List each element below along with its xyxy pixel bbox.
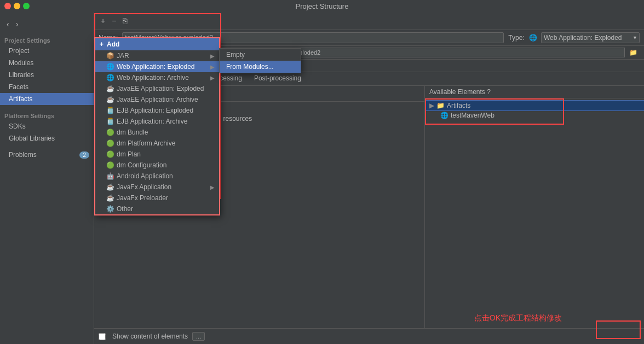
platform-settings-label: Platform Settings — [0, 109, 94, 120]
ok-hint-annotation: 点击OK完成工程结构修改 — [474, 313, 562, 323]
problems-badge: 2 — [79, 151, 89, 159]
sidebar-item-global-libraries[interactable]: Global Libraries — [0, 132, 94, 144]
copy-artifact-button[interactable]: ⎘ — [120, 15, 129, 26]
dropdown-item-dm-platform-archive[interactable]: 🟢 dm Platform Archive — [95, 138, 219, 149]
type-select-wrapper: 🌐 Web Application: Exploded — [529, 32, 640, 43]
dm-plan-icon: 🟢 — [106, 150, 114, 158]
show-content-label: Show content of elements — [112, 333, 188, 340]
type-select[interactable]: Web Application: Exploded — [541, 32, 640, 43]
ejb-archive-icon: 🫙 — [106, 118, 114, 125]
expand-arrow-icon: ▶ — [429, 102, 434, 109]
web-exploded-icon: 🌐 — [106, 63, 114, 71]
available-header: Available Elements ? — [425, 86, 644, 98]
add-artifact-button[interactable]: + — [99, 15, 107, 26]
sidebar-item-artifacts[interactable]: Artifacts — [0, 93, 94, 105]
dropdown-header-label: Add — [107, 40, 119, 48]
android-icon: 🤖 — [106, 172, 114, 180]
dropdown-item-web-app-archive[interactable]: 🌐 Web Application: Archive ▶ — [95, 72, 219, 83]
dropdown-item-javaee-archive[interactable]: ☕ JavaEE Application: Archive — [95, 94, 219, 105]
javaee-archive-icon: ☕ — [106, 96, 114, 103]
dropdown-item-other[interactable]: ⚙️ Other — [95, 203, 219, 214]
window-title: Project Structure — [296, 2, 349, 10]
sub-item-empty[interactable]: Empty — [220, 49, 301, 61]
nav-forward-button[interactable]: › — [14, 19, 21, 30]
sidebar-item-sdks[interactable]: SDKs — [0, 120, 94, 132]
javafx-icon: ☕ — [106, 183, 114, 191]
title-bar: Project Structure — [0, 0, 644, 12]
dm-bundle-icon: 🟢 — [106, 129, 114, 136]
web-exploded-arrow-icon: ▶ — [210, 64, 215, 70]
dropdown-item-javaee-exploded[interactable]: ☕ JavaEE Application: Exploded — [95, 83, 219, 94]
artifacts-folder-icon: 📁 — [436, 102, 445, 109]
dropdown-header: + Add — [95, 38, 219, 50]
sidebar-nav: ‹ › — [0, 16, 94, 34]
jar-arrow-icon: ▶ — [210, 53, 215, 59]
ejb-exploded-icon: 🫙 — [106, 107, 114, 114]
sidebar-item-project[interactable]: Project — [0, 45, 94, 57]
javaee-exploded-icon: ☕ — [106, 85, 114, 92]
dropdown-item-web-app-exploded[interactable]: 🌐 Web Application: Exploded ▶ — [95, 61, 219, 72]
show-content-checkbox[interactable] — [99, 333, 106, 340]
minimize-button[interactable] — [14, 3, 20, 9]
artifacts-toolbar: + − ⎘ — [94, 12, 644, 30]
type-label: Type: — [508, 34, 524, 42]
dropdown-item-dm-plan[interactable]: 🟢 dm Plan — [95, 149, 219, 160]
add-dropdown-menu: + Add 📦 JAR ▶ 🌐 Web Application: Explode… — [94, 37, 220, 215]
dropdown-add-icon: + — [100, 40, 104, 48]
jar-icon: 📦 — [106, 52, 114, 60]
dots-button[interactable]: ... — [192, 332, 205, 341]
tab-post-processing[interactable]: Post-processing — [249, 72, 307, 85]
web-archive-icon: 🌐 — [106, 74, 114, 81]
dm-config-icon: 🟢 — [106, 161, 114, 169]
other-icon: ⚙️ — [106, 205, 114, 213]
dropdown-item-android-app[interactable]: 🤖 Android Application — [95, 171, 219, 182]
sidebar-item-facets[interactable]: Facets — [0, 81, 94, 93]
project-settings-label: Project Settings — [0, 34, 94, 45]
browse-folder-button[interactable]: 📁 — [627, 48, 640, 57]
type-icon: 🌐 — [529, 34, 537, 42]
avail-item-artifacts-group[interactable]: ▶ 📁 Artifacts — [425, 101, 644, 110]
dm-platform-icon: 🟢 — [106, 139, 114, 147]
available-header-label: Available Elements ? — [429, 88, 491, 96]
web-app-exploded-submenu: Empty From Modules... — [219, 48, 301, 73]
dropdown-item-ejb-exploded[interactable]: 🫙 EJB Application: Exploded — [95, 105, 219, 116]
web-archive-arrow-icon: ▶ — [210, 75, 215, 81]
sidebar-item-libraries[interactable]: Libraries — [0, 69, 94, 81]
remove-artifact-button[interactable]: − — [110, 15, 118, 26]
dropdown-item-dm-bundle[interactable]: 🟢 dm Bundle — [95, 127, 219, 138]
sidebar: ‹ › Project Settings Project Modules Lib… — [0, 12, 94, 344]
avail-item-testmavenweb[interactable]: 🌐 testMavenWeb — [425, 110, 644, 120]
dropdown-item-dm-configuration[interactable]: 🟢 dm Configuration — [95, 160, 219, 171]
available-panel: Available Elements ? ▶ 📁 Artifacts 🌐 tes… — [425, 86, 644, 328]
problems-label: Problems — [9, 151, 37, 159]
dropdown-item-jar[interactable]: 📦 JAR ▶ — [95, 50, 219, 61]
traffic-lights — [4, 3, 30, 9]
javafx-arrow-icon: ▶ — [210, 184, 215, 190]
sub-item-from-modules[interactable]: From Modules... — [220, 61, 301, 73]
maximize-button[interactable] — [23, 3, 30, 9]
javafx-preloader-icon: ☕ — [106, 194, 114, 202]
nav-back-button[interactable]: ‹ — [4, 19, 12, 30]
sidebar-item-problems[interactable]: Problems 2 — [0, 149, 94, 161]
available-tree: ▶ 📁 Artifacts 🌐 testMavenWeb — [425, 98, 644, 328]
sidebar-item-modules[interactable]: Modules — [0, 57, 94, 69]
close-button[interactable] — [4, 3, 11, 9]
artifact-icon: 🌐 — [440, 112, 449, 119]
dropdown-item-ejb-archive[interactable]: 🫙 EJB Application: Archive — [95, 116, 219, 127]
dropdown-item-javafx-preloader[interactable]: ☕ JavaFx Preloader — [95, 193, 219, 203]
bottom-bar: Show content of elements ... — [94, 328, 644, 344]
dropdown-item-javafx-app[interactable]: ☕ JavaFx Application ▶ — [95, 182, 219, 193]
